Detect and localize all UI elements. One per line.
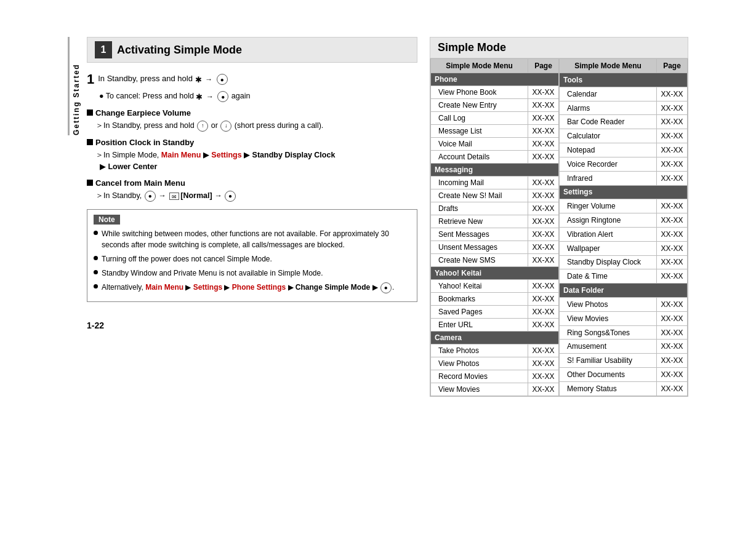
table-row-page: XX-XX	[528, 306, 559, 319]
right-section: Simple Mode Simple Mode Menu Page PhoneV…	[430, 37, 688, 397]
right-table-col2-header: Page	[657, 59, 688, 73]
table-row: Wallpaper	[560, 241, 657, 255]
table-row: Create New SMS	[431, 254, 528, 267]
table-row: S! Familiar Usability	[560, 354, 657, 368]
table-row-page: XX-XX	[657, 325, 688, 340]
table-row: Unsent Messages	[431, 241, 528, 254]
bullet-cancel-text: ＞In Standby, ● → ✉[Normal] → ●	[95, 190, 417, 202]
table-row-page: XX-XX	[657, 255, 688, 269]
table-row: Call Log	[431, 112, 528, 125]
table-row-page: XX-XX	[657, 115, 688, 129]
table-row: Incoming Mail	[431, 177, 528, 189]
bullet-clock-text: ＞In Simple Mode, Main Menu ▶ Settings ▶ …	[95, 149, 417, 173]
table-row: Retrieve New	[431, 215, 528, 228]
table-row: Create New S! Mail	[431, 189, 528, 202]
bullet-earpiece-volume: Change Earpiece Volume ＞In Standby, pres…	[87, 108, 417, 132]
table-row-page: XX-XX	[657, 340, 688, 354]
table-row-page: XX-XX	[657, 171, 688, 185]
bullet-cancel-title: Cancel from Main Menu	[95, 178, 185, 188]
table-row: View Movies	[560, 311, 657, 325]
page-number: 1-22	[87, 320, 417, 330]
table-row: View Photos	[431, 357, 528, 370]
table-row: Bar Code Reader	[560, 115, 657, 129]
table-row: Message List	[431, 125, 528, 138]
table-row: Memory Status	[560, 381, 657, 396]
table-category: Yahoo! Keitai	[431, 267, 559, 280]
note-item-1: While switching between modes, other fun…	[94, 228, 411, 250]
table-row-page: XX-XX	[528, 86, 559, 99]
table-row-page: XX-XX	[657, 311, 688, 325]
table-row: Standby Display Clock	[560, 255, 657, 269]
table-row: Alarms	[560, 101, 657, 115]
table-row: Enter URL	[431, 319, 528, 332]
left-table-col1-header: Simple Mode Menu	[431, 59, 528, 73]
note-title: Note	[94, 215, 120, 225]
table-row-page: XX-XX	[657, 298, 688, 312]
chapter-vertical-label: Getting Started	[68, 37, 81, 135]
table-row-page: XX-XX	[657, 227, 688, 241]
table-row: Other Documents	[560, 368, 657, 382]
step1-line: 1 In Standby, press and hold ✱ → ●	[87, 71, 417, 87]
table-row-page: XX-XX	[528, 189, 559, 202]
table-row-page: XX-XX	[528, 215, 559, 228]
left-table-col2-header: Page	[528, 59, 559, 73]
note-item-2: Turning off the power does not cancel Si…	[94, 253, 411, 265]
table-row-page: XX-XX	[528, 241, 559, 254]
table-row: Bookmarks	[431, 293, 528, 306]
table-row: Voice Recorder	[560, 157, 657, 171]
table-row-page: XX-XX	[528, 293, 559, 306]
table-row: Voice Mail	[431, 138, 528, 151]
bullet-cancel: Cancel from Main Menu ＞In Standby, ● → ✉…	[87, 178, 417, 202]
chapter-number: 1	[95, 41, 112, 58]
table-row-page: XX-XX	[657, 354, 688, 368]
table-row-page: XX-XX	[657, 87, 688, 101]
table-row: Ringer Volume	[560, 199, 657, 213]
right-section-title: Simple Mode	[438, 41, 680, 54]
table-row: Calendar	[560, 87, 657, 101]
table-row: Yahoo! Keitai	[431, 280, 528, 293]
table-row-page: XX-XX	[657, 381, 688, 396]
table-row: Ring Songs&Tones	[560, 325, 657, 340]
bullet-earpiece-title: Change Earpiece Volume	[95, 108, 191, 117]
left-section-header: 1 Activating Simple Mode	[87, 37, 417, 63]
note-item-3: Standby Window and Private Menu is not a…	[94, 268, 411, 279]
table-row: Create New Entry	[431, 99, 528, 112]
table-row: Calculator	[560, 129, 657, 143]
bullet-clock: Position Clock in Standby ＞In Simple Mod…	[87, 138, 417, 173]
table-row: Date & Time	[560, 269, 657, 284]
table-row-page: XX-XX	[528, 177, 559, 189]
table-row: Vibration Alert	[560, 227, 657, 241]
table-row: View Movies	[431, 383, 528, 396]
table-row-page: XX-XX	[528, 125, 559, 138]
left-simple-mode-table: Simple Mode Menu Page PhoneView Phone Bo…	[430, 58, 559, 396]
table-row-page: XX-XX	[657, 368, 688, 382]
right-simple-mode-table: Simple Mode Menu Page ToolsCalendarXX-XX…	[559, 58, 688, 396]
table-category: Camera	[431, 332, 559, 344]
table-row-page: XX-XX	[528, 138, 559, 151]
table-row-page: XX-XX	[657, 129, 688, 143]
table-row: Sent Messages	[431, 228, 528, 241]
table-category: Messaging	[431, 164, 559, 177]
step1-number: 1	[87, 71, 94, 87]
table-category: Phone	[431, 73, 559, 86]
step1-text: In Standby, press and hold ✱ → ●	[98, 74, 228, 85]
table-row: Amusement	[560, 340, 657, 354]
table-row-page: XX-XX	[528, 357, 559, 370]
table-row: Drafts	[431, 202, 528, 215]
left-section-title: Activating Simple Mode	[117, 44, 242, 57]
table-category: Tools	[560, 73, 688, 87]
table-row-page: XX-XX	[528, 344, 559, 357]
right-table-col1-header: Simple Mode Menu	[560, 59, 657, 73]
table-row: View Photos	[560, 298, 657, 312]
table-row: Saved Pages	[431, 306, 528, 319]
table-row-page: XX-XX	[528, 228, 559, 241]
table-row: Record Movies	[431, 370, 528, 383]
note-box: Note While switching between modes, othe…	[87, 209, 417, 302]
table-category: Settings	[560, 185, 688, 199]
table-row-page: XX-XX	[657, 101, 688, 115]
table-category: Data Folder	[560, 284, 688, 298]
table-row-page: XX-XX	[528, 112, 559, 125]
table-row-page: XX-XX	[657, 269, 688, 284]
bullet-earpiece-text: ＞In Standby, press and hold ↑ or ↓ (shor…	[95, 120, 417, 132]
bullet-clock-title: Position Clock in Standby	[95, 138, 194, 147]
